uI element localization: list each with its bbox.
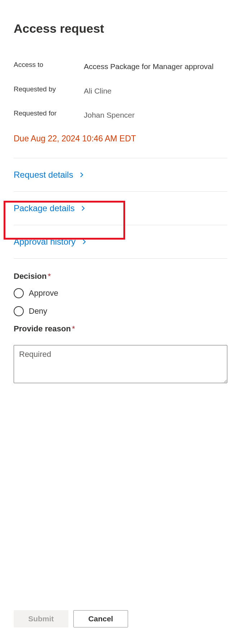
decision-section: Decision* Approve Deny — [14, 272, 227, 316]
approval-history-label: Approval history — [14, 237, 76, 247]
submit-button[interactable]: Submit — [14, 610, 68, 627]
chevron-right-icon — [80, 205, 86, 211]
chevron-right-icon — [81, 239, 87, 245]
page-title: Access request — [14, 22, 227, 36]
cancel-button[interactable]: Cancel — [73, 610, 128, 627]
radio-circle-icon — [14, 288, 24, 298]
required-asterisk: * — [48, 272, 51, 281]
info-section: Access to Access Package for Manager app… — [14, 61, 227, 121]
requested-for-label: Requested for — [14, 109, 84, 117]
radio-deny-label: Deny — [29, 307, 47, 316]
radio-approve-label: Approve — [29, 289, 58, 298]
requested-by-label: Requested by — [14, 85, 84, 93]
request-details-row[interactable]: Request details — [14, 158, 227, 192]
reason-label-text: Provide reason — [14, 324, 71, 333]
info-row-access-to: Access to Access Package for Manager app… — [14, 61, 227, 72]
info-row-requested-for: Requested for Johan Spencer — [14, 109, 227, 121]
access-to-value: Access Package for Manager approval — [84, 61, 227, 72]
requested-for-value: Johan Spencer — [84, 109, 227, 121]
package-details-label: Package details — [14, 203, 74, 213]
chevron-right-icon — [79, 172, 85, 178]
radio-approve[interactable]: Approve — [14, 288, 227, 298]
reason-textarea[interactable] — [14, 345, 227, 383]
decision-label-text: Decision — [14, 272, 47, 281]
request-details-label: Request details — [14, 170, 73, 180]
radio-deny[interactable]: Deny — [14, 306, 227, 316]
reason-label: Provide reason* — [14, 324, 227, 334]
radio-circle-icon — [14, 306, 24, 316]
due-text: Due Aug 22, 2024 10:46 AM EDT — [14, 134, 227, 144]
requested-by-value: Ali Cline — [84, 85, 227, 97]
reason-section: Provide reason* — [14, 324, 227, 385]
approval-history-row[interactable]: Approval history — [14, 225, 227, 259]
access-to-label: Access to — [14, 61, 84, 69]
package-details-row[interactable]: Package details — [14, 192, 227, 225]
required-asterisk: * — [72, 324, 75, 333]
decision-label: Decision* — [14, 272, 227, 281]
info-row-requested-by: Requested by Ali Cline — [14, 85, 227, 97]
footer-buttons: Submit Cancel — [14, 610, 128, 627]
